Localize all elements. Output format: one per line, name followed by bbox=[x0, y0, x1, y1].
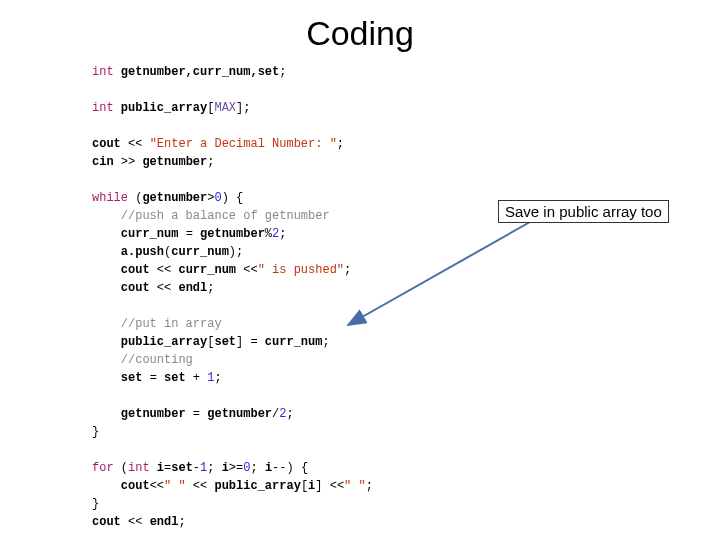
comment: //put in array bbox=[121, 317, 222, 331]
page-title: Coding bbox=[0, 14, 720, 53]
keyword-int: int bbox=[92, 65, 114, 79]
const-max: MAX bbox=[214, 101, 236, 115]
code-block: int getnumber,curr_num,set; int public_a… bbox=[92, 63, 720, 531]
keyword-while: while bbox=[92, 191, 128, 205]
keyword-int: int bbox=[92, 101, 114, 115]
comment: //push a balance of getnumber bbox=[121, 209, 330, 223]
keyword-for: for bbox=[92, 461, 114, 475]
cin: cin bbox=[92, 155, 114, 169]
cout: cout bbox=[92, 137, 121, 151]
comment: //counting bbox=[121, 353, 193, 367]
string-literal: "Enter a Decimal Number: " bbox=[150, 137, 337, 151]
var-array: public_array bbox=[121, 101, 207, 115]
annotation-label: Save in public array too bbox=[498, 200, 669, 223]
var-decl: getnumber,curr_num,set bbox=[121, 65, 279, 79]
